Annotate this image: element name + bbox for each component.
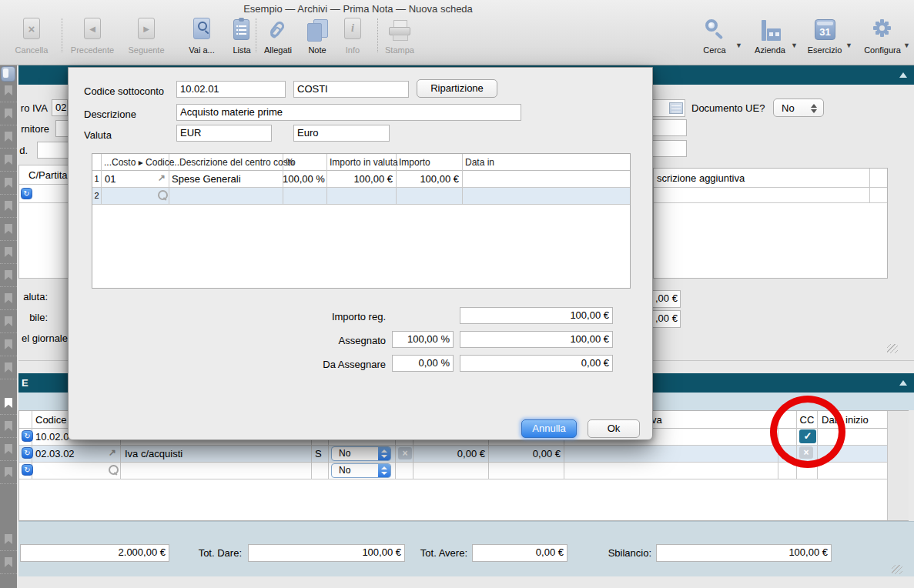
table-line [19,479,887,479]
descrizione-aggiuntiva-header: scrizione aggiuntiva [657,172,745,184]
cell-codice[interactable]: 10.02.0 [35,431,69,443]
tot-avere-field[interactable]: 0,00 € [472,544,567,562]
popup-arrows-icon [378,464,390,477]
column-header-data-inizio[interactable]: Data in [465,157,494,168]
date-picker-icon[interactable] [669,102,683,114]
cell-descrizione[interactable]: Iva c/acquisti [125,448,182,459]
cell-importo[interactable]: 0,00 € [491,448,561,459]
assegnato-importo-field[interactable]: 100,00 € [460,331,613,348]
row-action-button[interactable]: ↻ [21,188,32,199]
row-action-button[interactable]: ↻ [22,464,33,476]
section-title-fragment: E [22,377,28,389]
bookmark-tab[interactable] [0,264,17,287]
bookmark-tab[interactable] [0,551,17,574]
cell-detraibile[interactable]: S [315,448,322,459]
factory-icon [745,17,795,45]
bookmark-tab[interactable] [0,195,17,218]
toolbar-button-cerca[interactable]: Cerca ▼ [690,17,739,60]
toolbar-button-info[interactable]: i Info [328,17,377,60]
assegnato-percento-field[interactable]: 100,00 % [392,331,454,348]
dropdown-caret-icon[interactable]: ▼ [903,42,910,49]
valuta-name-field[interactable]: Euro [293,125,390,142]
cell-percento[interactable]: 100,00 % [283,173,323,185]
bookmark-tab[interactable] [0,218,17,241]
bookmarks-sidebar [0,65,17,588]
bookmark-tab-active[interactable] [0,392,17,415]
bookmark-tab[interactable] [0,241,17,264]
registro-iva-field[interactable]: 02 [52,99,68,116]
toolbar-button-stampa[interactable]: Stampa [375,17,424,60]
documento-ue-select[interactable]: No [773,99,824,117]
cell-codice[interactable]: 02.03.02 [35,448,75,459]
resize-grip-icon[interactable] [892,565,902,574]
resize-grip-icon[interactable] [887,344,898,353]
table-row[interactable] [19,462,887,479]
dropdown-caret-icon[interactable]: ▼ [735,42,742,49]
text-field[interactable] [650,140,687,157]
column-header-descrizione-centro[interactable]: ...Descrizione del centro costo [172,157,296,168]
cell-importo-valuta[interactable]: 0,00 € [416,448,485,459]
bookmark-tab[interactable] [0,356,17,379]
row-action-button[interactable]: ↻ [22,447,33,459]
tot-dare-label: Tot. Dare: [185,547,242,559]
valuta-code-field[interactable]: EUR [176,125,272,142]
clear-row-icon[interactable]: × [398,447,412,459]
da-assegnare-importo-field[interactable]: 0,00 € [460,355,613,372]
toolbar-button-cancella[interactable]: × Cancella [7,17,56,60]
toolbar-button-esercizio[interactable]: 31 Esercizio ▼ [800,17,849,60]
da-assegnare-percento-field[interactable]: 0,00 % [392,355,454,372]
row-action-button[interactable]: ↻ [22,430,33,442]
toolbar-button-precedente[interactable]: ◀ Precedente [68,17,117,60]
row-popup-select[interactable]: No [331,463,391,478]
goto-account-icon[interactable]: ↗ [109,447,116,458]
bookmark-tab[interactable] [0,415,17,438]
ok-button[interactable]: Ok [588,419,640,438]
descrizione-aggiuntiva-table: scrizione aggiuntiva [653,168,888,279]
dropdown-caret-icon[interactable]: ▼ [845,42,852,49]
column-header-costo-codice[interactable]: ...Costo ▸ Codice [104,157,174,168]
column-header-importo-valuta[interactable]: Importo in valuta [330,157,398,168]
sbilancio-label: Sbilancio: [598,547,651,559]
table-line [869,169,870,202]
table-line [19,202,70,203]
dropdown-caret-icon[interactable]: ▼ [791,42,798,49]
column-header-percento[interactable]: % [286,157,294,168]
tot-dare-field[interactable]: 100,00 € [248,544,405,562]
sbilancio-field[interactable]: 100,00 € [656,544,832,562]
annulla-button[interactable]: Annulla [521,419,577,438]
cell-importo[interactable]: 100,00 € [396,173,459,185]
lookup-magnifier-icon[interactable] [109,465,119,475]
bookmark-tab[interactable] [0,79,17,102]
goto-centro-icon[interactable]: ↗ [158,172,166,183]
lookup-magnifier-icon[interactable] [158,190,168,200]
toolbar-button-azienda[interactable]: Azienda ▼ [745,17,795,60]
cod-field[interactable] [37,142,69,159]
row-popup-select[interactable]: No [331,446,391,461]
table-row[interactable] [92,187,630,204]
cell-importo-valuta[interactable]: 100,00 € [326,173,393,185]
table-line [654,202,887,203]
collapse-arrow-icon[interactable] [899,380,907,386]
cell-descrizione[interactable]: Spese Generali [172,173,241,185]
text-field[interactable] [650,119,687,136]
descrizione-field[interactable]: Acquisto materie prime [176,104,521,121]
bookmark-tab[interactable] [0,438,17,461]
column-header-importo[interactable]: Importo [399,157,430,168]
ripartizione-button[interactable]: Ripartizione [417,79,497,98]
sottoconto-nome-field[interactable]: COSTI [293,81,409,98]
imponibile-importo-field[interactable]: ,00 € [651,310,681,328]
column-header-codice[interactable]: Codice [35,414,66,426]
codice-sottoconto-field[interactable]: 10.02.01 [176,81,286,98]
importo-reg-field[interactable]: 100,00 € [460,307,613,324]
toolbar-button-configura[interactable]: Configura ▼ [858,17,907,60]
valuta-importo-field[interactable]: ,00 € [651,290,681,308]
toolbar-button-seguente[interactable]: ▶ Seguente [122,17,171,60]
bookmark-tab[interactable] [0,461,17,484]
bookmark-tab[interactable] [0,528,17,551]
column-header-descrizione-fragment[interactable]: va [651,414,662,426]
collapse-arrow-icon[interactable] [899,72,907,78]
totale-documento-field[interactable]: 2.000,00 € [20,544,169,562]
bookmark-tab[interactable] [0,172,17,195]
cell-codice[interactable]: 01 [105,173,116,185]
imponibile-label-fragment: bile: [12,312,48,323]
